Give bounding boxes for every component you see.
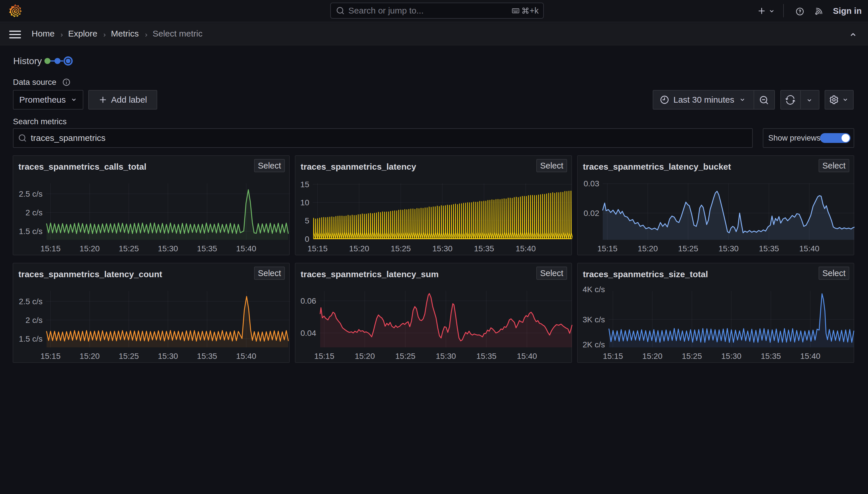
svg-text:15:25: 15:25 bbox=[395, 352, 415, 361]
svg-text:15:35: 15:35 bbox=[759, 244, 779, 253]
svg-text:15:40: 15:40 bbox=[800, 352, 820, 361]
svg-text:15:20: 15:20 bbox=[643, 352, 663, 361]
svg-text:15:40: 15:40 bbox=[799, 244, 820, 253]
svg-text:15:30: 15:30 bbox=[432, 244, 452, 253]
svg-text:15:35: 15:35 bbox=[476, 352, 496, 361]
svg-text:15:30: 15:30 bbox=[718, 244, 739, 253]
svg-text:15:20: 15:20 bbox=[80, 244, 100, 253]
svg-text:15:15: 15:15 bbox=[308, 244, 328, 253]
svg-text:2K c/s: 2K c/s bbox=[583, 340, 605, 349]
svg-text:15:20: 15:20 bbox=[638, 244, 658, 253]
svg-text:15:15: 15:15 bbox=[41, 244, 61, 253]
svg-text:2 c/s: 2 c/s bbox=[25, 208, 42, 217]
svg-text:15:20: 15:20 bbox=[80, 352, 100, 361]
svg-text:15:30: 15:30 bbox=[436, 352, 456, 361]
svg-text:15:25: 15:25 bbox=[119, 352, 139, 361]
svg-text:15: 15 bbox=[300, 180, 309, 189]
svg-text:15:25: 15:25 bbox=[119, 244, 139, 253]
svg-text:15:30: 15:30 bbox=[158, 244, 178, 253]
svg-text:1.5 c/s: 1.5 c/s bbox=[19, 227, 42, 236]
svg-text:15:15: 15:15 bbox=[314, 352, 334, 361]
svg-text:15:25: 15:25 bbox=[391, 244, 411, 253]
svg-text:0.06: 0.06 bbox=[301, 297, 316, 305]
svg-text:15:20: 15:20 bbox=[355, 352, 375, 361]
svg-text:3K c/s: 3K c/s bbox=[583, 315, 605, 324]
svg-text:2.5 c/s: 2.5 c/s bbox=[19, 297, 42, 306]
svg-text:15:15: 15:15 bbox=[597, 244, 617, 253]
svg-text:0: 0 bbox=[305, 235, 309, 244]
svg-text:2 c/s: 2 c/s bbox=[25, 316, 42, 325]
svg-text:15:30: 15:30 bbox=[158, 352, 178, 361]
svg-text:15:35: 15:35 bbox=[197, 352, 217, 361]
svg-text:1.5 c/s: 1.5 c/s bbox=[19, 335, 42, 343]
svg-text:4K c/s: 4K c/s bbox=[583, 285, 605, 294]
svg-text:10: 10 bbox=[300, 198, 309, 207]
svg-text:15:15: 15:15 bbox=[41, 352, 61, 361]
svg-text:2.5 c/s: 2.5 c/s bbox=[19, 190, 42, 198]
svg-text:0.02: 0.02 bbox=[584, 209, 599, 218]
svg-text:0.04: 0.04 bbox=[301, 329, 316, 338]
svg-text:5: 5 bbox=[305, 216, 309, 225]
svg-text:15:35: 15:35 bbox=[197, 244, 217, 253]
svg-text:15:35: 15:35 bbox=[474, 244, 494, 253]
svg-text:15:15: 15:15 bbox=[603, 352, 623, 361]
svg-text:15:40: 15:40 bbox=[236, 352, 256, 361]
svg-text:15:40: 15:40 bbox=[236, 244, 256, 253]
svg-text:15:40: 15:40 bbox=[517, 352, 537, 361]
svg-text:15:25: 15:25 bbox=[678, 244, 698, 253]
svg-text:15:40: 15:40 bbox=[516, 244, 536, 253]
svg-text:15:25: 15:25 bbox=[682, 352, 702, 361]
svg-text:15:20: 15:20 bbox=[349, 244, 369, 253]
svg-text:15:35: 15:35 bbox=[761, 352, 781, 361]
svg-text:15:30: 15:30 bbox=[722, 352, 742, 361]
svg-text:0.03: 0.03 bbox=[584, 179, 599, 188]
